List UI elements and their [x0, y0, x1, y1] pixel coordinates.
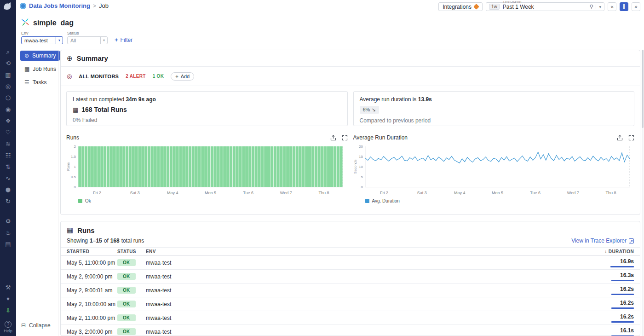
runs-section-title: Runs: [77, 226, 95, 234]
ci-visibility-icon[interactable]: ⚒: [0, 282, 16, 293]
monitors-icon[interactable]: ♡: [0, 127, 16, 138]
status-badge: OK: [117, 328, 136, 335]
avg-duration-chart-legend[interactable]: Avg. Duration: [353, 198, 635, 203]
pipelines-icon[interactable]: ☷: [0, 150, 16, 161]
run-status-cell: OK: [117, 314, 146, 321]
profiling-icon[interactable]: ♨: [0, 227, 16, 238]
run-env: mwaa-test: [146, 260, 569, 266]
search-icon[interactable]: ⌕: [0, 46, 16, 58]
integrations-label: Integrations: [443, 4, 472, 10]
monitors-ok-count[interactable]: 1 OK: [153, 74, 164, 79]
integrations-button[interactable]: Integrations: [438, 2, 483, 11]
rum-icon[interactable]: ↻: [0, 196, 16, 207]
tab-summary-label: Summary: [32, 52, 56, 59]
latest-run-ago: 34m 9s ago: [126, 96, 155, 103]
table-row[interactable]: May 2, 10:00:00 amOKmwaa-test16.2s: [61, 297, 640, 311]
top-header: Data Jobs Monitoring > Job Integrations …: [16, 0, 644, 13]
pause-button[interactable]: ∥: [620, 2, 628, 11]
all-monitors-label: ALL MONITORS: [79, 74, 119, 79]
avg-duration-line-chart[interactable]: 05101520Fri 2Sat 3May 4Mon 5Tue 6Wed 7Th…: [353, 143, 635, 197]
status-filter-select[interactable]: All ▾: [67, 36, 108, 44]
total-runs-value: 168 Total Runs: [81, 106, 127, 113]
security-icon[interactable]: ⬢: [0, 184, 16, 196]
runs-bar-chart[interactable]: 00.511.52Fri 2Sat 3May 4Mon 5Tue 6Wed 7T…: [66, 143, 348, 197]
runs-chart-legend[interactable]: Ok: [66, 198, 348, 203]
duration-bar: [610, 266, 634, 267]
svg-text:2: 2: [74, 145, 76, 149]
duration-bar: [611, 294, 634, 295]
table-row[interactable]: May 2, 9:00:00 pmOKmwaa-test16.3s: [61, 270, 640, 284]
column-started[interactable]: STARTED: [67, 249, 117, 254]
column-duration[interactable]: ↓DURATION: [569, 249, 634, 254]
bits-ai-icon[interactable]: ✦: [0, 293, 16, 305]
run-status-cell: OK: [117, 273, 146, 280]
apm-icon[interactable]: ◉: [0, 104, 16, 115]
add-monitor-button[interactable]: + Add: [171, 72, 194, 81]
plus-icon: +: [175, 74, 178, 79]
database-monitoring-icon[interactable]: ▤: [0, 238, 16, 250]
datadog-logo[interactable]: [2, 1, 14, 12]
tab-job-runs[interactable]: ▦ Job Runs: [20, 64, 60, 74]
service-map-icon[interactable]: ❖: [0, 115, 16, 127]
run-started: May 2, 11:00:00 pm: [67, 315, 117, 321]
downloads-icon[interactable]: ⇩: [0, 305, 16, 316]
expand-icon[interactable]: [628, 135, 634, 141]
breadcrumb-app-link[interactable]: Data Jobs Monitoring: [29, 2, 90, 9]
status-filter-value: All: [70, 38, 100, 43]
summary-section-title: Summary: [77, 54, 108, 62]
infrastructure-icon[interactable]: ⬡: [0, 92, 16, 104]
ci-icon[interactable]: ⇅: [0, 161, 16, 173]
svg-text:0: 0: [74, 185, 76, 189]
rewind-button[interactable]: «: [608, 2, 616, 11]
table-row[interactable]: May 2, 9:00:01 amOKmwaa-test16.2s: [61, 284, 640, 297]
collapse-button[interactable]: ⊟ Collapse: [21, 322, 51, 329]
svg-text:Sat 3: Sat 3: [417, 191, 426, 195]
table-row[interactable]: May 5, 11:00:00 pmOKmwaa-test16.9s: [61, 256, 640, 270]
forward-button[interactable]: »: [632, 2, 640, 11]
table-row[interactable]: May 3, 2:00:00 pmOKmwaa-test16.1s: [61, 325, 640, 336]
view-in-trace-explorer-link[interactable]: View in Trace Explorer ↗: [571, 238, 634, 244]
chevron-down-icon[interactable]: ▾: [596, 5, 601, 9]
data-jobs-monitoring-icon[interactable]: [20, 3, 26, 9]
failed-percentage: 0% Failed: [73, 117, 341, 123]
pin-icon[interactable]: ⚲: [589, 4, 593, 10]
svg-text:Thu 8: Thu 8: [318, 191, 329, 195]
help-button[interactable]: ? Help: [0, 321, 16, 333]
run-started: May 2, 9:00:01 am: [67, 287, 117, 294]
watchdog-icon[interactable]: ◎: [0, 81, 16, 92]
svg-text:Fri 2: Fri 2: [380, 191, 388, 195]
run-duration: 16.9s: [569, 258, 634, 267]
latest-run-card: Latest run completed 34m 9s ago ▦ 168 To…: [66, 91, 348, 126]
export-icon[interactable]: [330, 135, 336, 141]
status-badge: OK: [117, 314, 136, 321]
legend-swatch: [365, 199, 369, 203]
svg-text:10: 10: [359, 165, 363, 169]
summary-section: ⊕ Summary ◎ ALL MONITORS 2 ALERT 1 OK + …: [60, 50, 640, 215]
table-icon: ▦: [67, 226, 73, 234]
settings-icon[interactable]: ⚙: [0, 215, 16, 227]
runs-chart-title: Runs: [66, 134, 79, 141]
tab-summary[interactable]: ⊕ Summary: [20, 51, 60, 61]
svg-text:May 4: May 4: [454, 191, 466, 195]
synthetics-icon[interactable]: ∿: [0, 173, 16, 184]
column-env[interactable]: ENV: [146, 249, 569, 254]
add-filter-button[interactable]: + Filter: [115, 36, 132, 43]
table-row[interactable]: May 2, 11:00:00 pmOKmwaa-test16.2s: [61, 311, 640, 325]
logs-icon[interactable]: ≋: [0, 138, 16, 150]
export-icon[interactable]: [617, 135, 623, 141]
scrollbar[interactable]: [642, 50, 644, 336]
collapse-label: Collapse: [29, 322, 51, 329]
scrollbar-thumb[interactable]: [642, 50, 644, 128]
env-filter-select[interactable]: mwaa-test ▾: [21, 36, 63, 44]
monitors-alert-count[interactable]: 2 ALERT: [126, 74, 145, 79]
tab-tasks[interactable]: ☰ Tasks: [20, 77, 51, 87]
run-duration: 16.2s: [569, 300, 634, 309]
history-icon[interactable]: ⟲: [0, 58, 16, 69]
dashboards-icon[interactable]: ▥: [0, 69, 16, 81]
plus-icon: +: [115, 36, 118, 43]
expand-icon[interactable]: [342, 135, 348, 141]
column-status[interactable]: STATUS: [117, 249, 146, 254]
time-range-chip: 1w: [489, 4, 500, 10]
run-env: mwaa-test: [146, 287, 569, 294]
run-duration: 16.2s: [569, 313, 634, 323]
